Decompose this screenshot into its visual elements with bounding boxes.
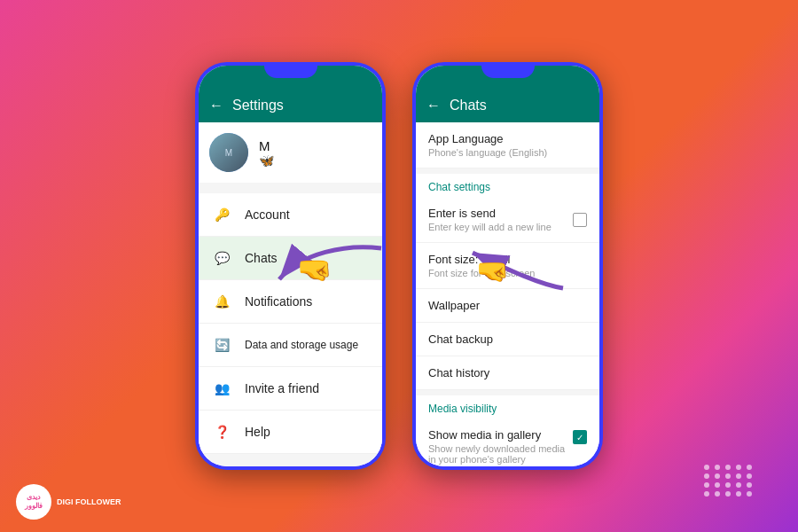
menu-item-account[interactable]: 🔑 Account — [199, 193, 382, 237]
enter-title: Enter is send — [428, 207, 552, 220]
backup-title: Chat backup — [428, 332, 587, 346]
key-icon: 🔑 — [211, 204, 232, 225]
settings-header: ← Settings — [199, 90, 382, 122]
notch-bar-right — [416, 66, 599, 90]
fontsize-sub: Font size for chat screen — [428, 268, 587, 278]
chat-settings-label: Chat settings — [416, 174, 599, 197]
language-title: App Language — [428, 132, 587, 145]
help-icon: ❓ — [211, 421, 232, 442]
phone-right: ← Chats App Language Phone's language (E… — [412, 62, 603, 470]
back-arrow-right[interactable]: ← — [426, 98, 441, 113]
phone-left: ← Settings M M 🦋 🔑 Acc — [195, 62, 386, 470]
menu-label-chats: Chats — [245, 251, 278, 265]
notch-right — [481, 66, 535, 78]
menu-label-account: Account — [245, 207, 290, 222]
notch-bar-left — [199, 66, 382, 90]
media-checkbox[interactable]: ✓ — [573, 430, 587, 444]
media-sub: Show newly downloaded media in your phon… — [428, 443, 566, 465]
menu-item-data[interactable]: 🔄 Data and storage usage — [199, 324, 382, 367]
enter-sub: Enter key will add a new line — [428, 222, 552, 232]
chats-item-history[interactable]: Chat history — [416, 356, 599, 390]
enter-checkbox[interactable] — [573, 213, 587, 227]
history-title: Chat history — [428, 366, 587, 379]
profile-info: M 🦋 — [259, 138, 274, 168]
chats-header: ← Chats — [416, 90, 599, 122]
menu-label-help: Help — [245, 425, 270, 439]
back-arrow-left[interactable]: ← — [209, 98, 223, 113]
dots-decoration — [704, 465, 754, 497]
logo: دیدیفالوور DIGI FOLLOWER — [16, 484, 121, 520]
menu-label-notifications: Notifications — [245, 294, 312, 309]
chats-title: Chats — [450, 98, 487, 113]
chats-item-media[interactable]: Show media in gallery Show newly downloa… — [416, 419, 599, 466]
menu-label-data: Data and storage usage — [245, 339, 358, 351]
chats-item-fontsize[interactable]: Font size: Small Font size for chat scre… — [416, 243, 599, 289]
logo-circle: دیدیفالوور — [16, 484, 51, 520]
refresh-icon: 🔄 — [211, 334, 232, 356]
notch-left — [264, 66, 317, 78]
profile-section[interactable]: M M 🦋 — [199, 122, 382, 183]
people-icon: 👥 — [211, 378, 232, 399]
settings-title: Settings — [232, 98, 284, 113]
menu-item-chats[interactable]: 💬 Chats — [199, 237, 382, 280]
menu-item-help[interactable]: ❓ Help — [199, 411, 382, 454]
avatar: M — [209, 133, 248, 172]
profile-name: M — [259, 138, 274, 153]
chat-icon: 💬 — [211, 247, 232, 269]
settings-content: M M 🦋 🔑 Account 💬 Chats — [199, 122, 382, 466]
phones-container: ← Settings M M 🦋 🔑 Acc — [195, 62, 603, 470]
chats-item-enter[interactable]: Enter is send Enter key will add a new l… — [416, 197, 599, 243]
chats-item-wallpaper[interactable]: Wallpaper — [416, 289, 599, 323]
chats-content: App Language Phone's language (English) … — [416, 122, 599, 466]
chats-item-backup[interactable]: Chat backup — [416, 323, 599, 356]
profile-emoji: 🦋 — [259, 153, 274, 168]
logo-text: DIGI FOLLOWER — [57, 497, 121, 506]
language-sub: Phone's language (English) — [428, 147, 587, 158]
menu-item-notifications[interactable]: 🔔 Notifications — [199, 280, 382, 324]
menu-label-invite: Invite a friend — [245, 381, 319, 395]
wallpaper-title: Wallpaper — [428, 299, 587, 312]
chats-item-language[interactable]: App Language Phone's language (English) — [416, 122, 599, 168]
bell-icon: 🔔 — [211, 291, 232, 312]
media-visibility-label: Media visibility — [416, 395, 599, 419]
media-title: Show media in gallery — [428, 428, 566, 442]
menu-item-invite[interactable]: 👥 Invite a friend — [199, 367, 382, 411]
fontsize-title: Font size: Small — [428, 253, 587, 266]
